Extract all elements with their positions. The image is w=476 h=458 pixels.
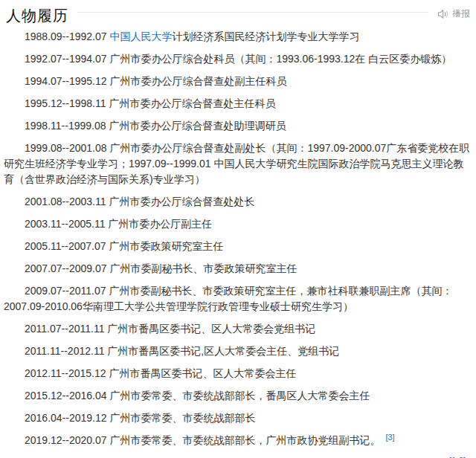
entry-period: 2003.11--2005.11	[25, 218, 108, 230]
resume-entry: 2012.11--2015.12 广州市番禺区委书记、区人大常委会主任	[4, 366, 472, 381]
entry-period: 2019.12--2020.07	[25, 434, 109, 446]
resume-entry: 2011.11--2012.11 广州市番禺区委书记,区人大常委会主任、党组书记	[4, 344, 472, 359]
entry-period: 2007.07--2009.07	[25, 262, 109, 274]
entry-text: 广州市番禺区委书记、区人大常委会主任	[109, 367, 296, 379]
entry-text: 广州市委办公厅综合督查处副主任科员	[109, 75, 286, 87]
entry-period: 2015.12--2016.04	[25, 390, 109, 401]
resume-entry: 1998.11--1999.08 广州市委办公厅综合督查处助理调研员	[4, 118, 472, 134]
resume-entry: 1994.07--1995.12 广州市委办公厅综合督查处副主任科员	[4, 74, 472, 89]
reference-link[interactable]: [3]	[385, 433, 394, 442]
entry-refs: [3]	[380, 434, 394, 446]
resume-entry: 2005.11--2007.07 广州市委政策研究室主任	[4, 239, 472, 254]
entry-period: 1992.07--1994.07	[25, 53, 109, 65]
entry-text: 广州市委办公厅综合督查处助理调研员	[109, 120, 286, 132]
entry-period: 1994.07--1995.12	[25, 75, 109, 87]
entry-period: 1998.11--1999.08	[25, 120, 109, 132]
resume-entry: 2016.04--2019.12 广州市委常委、市委统战部部长	[4, 410, 472, 426]
resume-entry: 1988.09--1992.07 中国人民大学计划经济系国民经济计划学专业大学学…	[4, 29, 472, 45]
resume-entry: 1995.12--1998.11 广州市委办公厅综合督查处主任科员	[4, 96, 472, 112]
broadcast-button[interactable]: 播报	[437, 7, 470, 20]
resume-entry: 2007.07--2009.07 广州市委副秘书长、市委政策研究室主任	[4, 261, 472, 277]
entry-period: 2016.04--2019.12	[25, 412, 109, 424]
resume-entry: 2001.08--2003.11 广州市委办公厅综合督查处处长	[4, 194, 472, 210]
entry-text: 广州市委常委、市委统战部部长，番禺区人大常委会主任	[109, 390, 370, 401]
entry-text: 广州市委常委、市委统战部部长	[109, 412, 255, 424]
resume-entry: 1999.08--2001.08 广州市委办公厅综合督查处副处长（其间：1997…	[4, 141, 472, 187]
entry-period: 1999.08--2001.08	[25, 142, 109, 154]
entry-period: 2011.07--2011.11	[25, 323, 107, 335]
entry-period: 2009.07--2011.07	[25, 285, 109, 297]
entry-period: 1995.12--1998.11	[25, 97, 109, 109]
entity-link[interactable]: 中国人民大学	[109, 30, 172, 42]
entry-text: 广州市委政策研究室主任	[109, 240, 223, 252]
broadcast-label: 播报	[452, 7, 470, 20]
entry-period: 2012.11--2015.12	[25, 367, 109, 379]
resume-entry: 2003.11--2005.11 广州市委办公厅副主任	[4, 216, 472, 232]
entry-text: 广州市委办公厅综合督查处处长	[109, 196, 254, 207]
entry-text: 广州市委办公厅副主任	[108, 218, 212, 230]
entry-period: 2001.08--2003.11	[25, 196, 109, 207]
header-divider	[77, 12, 428, 13]
entry-text: 计划经济系国民经济计划学专业大学学习	[172, 30, 359, 42]
entry-period: 1988.09--1992.07	[25, 30, 109, 42]
entry-text: 广州市委副秘书长、市委政策研究室主任	[109, 262, 297, 274]
entry-text: 广州市委办公厅综合督查处主任科员	[109, 97, 275, 109]
entry-text: 广州市番禺区委书记、区人大常委会党组书记	[107, 323, 315, 335]
entry-text: 广州市番禺区委书记,区人大常委会主任、党组书记	[107, 345, 339, 357]
resume-entry: 2009.07--2011.07 广州市委副秘书长、市委政策研究室主任，兼市社科…	[4, 283, 472, 315]
entry-period: 2005.11--2007.07	[25, 240, 109, 252]
resume-entry: 2011.07--2011.11 广州市番禺区委书记、区人大常委会党组书记	[4, 321, 472, 337]
resume-entry: 1992.07--1994.07 广州市委办公厅综合处科员（其间：1993.06…	[4, 51, 472, 67]
resume-entry: 2015.12--2016.04 广州市委常委、市委统战部部长，番禺区人大常委会…	[4, 388, 472, 404]
section-header: 人物履历 播报	[0, 0, 476, 25]
entry-text: 广州市委常委、市委统战部部长，广州市政协党组副书记。	[109, 434, 380, 446]
entry-text: 广州市委办公厅综合处科员（其间：1993.06-1993.12在 白云区委办锻炼…	[109, 53, 451, 65]
section-title: 人物履历	[6, 6, 68, 25]
resume-entry: 2019.12--2020.07 广州市委常委、市委统战部部长，广州市政协党组副…	[4, 433, 472, 449]
resume-list: 1988.09--1992.07 中国人民大学计划经济系国民经济计划学专业大学学…	[0, 25, 476, 458]
entry-period: 2011.11--2012.11	[25, 345, 107, 357]
speaker-icon	[437, 9, 448, 19]
